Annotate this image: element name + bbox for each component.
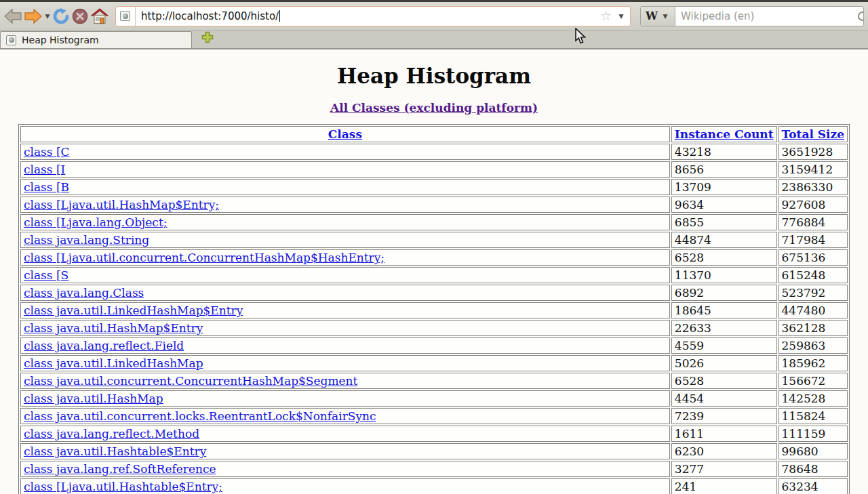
url-bar[interactable]: http://localhost:7000/histo/ ☆ ▼: [115, 6, 631, 26]
page-content: Heap Histogram All Classes (excluding pl…: [0, 49, 868, 494]
class-cell: class java.lang.reflect.Method: [20, 426, 670, 442]
search-engine-dropdown-icon[interactable]: ▼: [660, 13, 670, 20]
table-row: class [C432183651928: [20, 144, 848, 160]
table-row: class java.util.HashMap$Entry22633362128: [20, 320, 848, 336]
text-caret: [279, 10, 280, 22]
total-size-cell: 156672: [778, 373, 848, 389]
table-header-row: Class Instance Count Total Size: [20, 126, 848, 142]
class-cell: class [Ljava.util.HashMap$Entry;: [20, 197, 670, 213]
class-cell: class java.util.Hashtable$Entry: [20, 443, 670, 459]
back-button[interactable]: [4, 5, 22, 28]
class-cell: class [Ljava.util.Hashtable$Entry;: [20, 478, 670, 494]
class-link[interactable]: class [Ljava.util.Hashtable$Entry;: [24, 480, 222, 493]
all-classes-link[interactable]: All Classes (excluding platform): [330, 101, 538, 115]
url-dropdown-icon[interactable]: ▼: [616, 13, 626, 20]
forward-icon: [24, 9, 42, 24]
instance-count-cell: 11370: [671, 267, 777, 283]
class-cell: class [S: [20, 267, 670, 283]
class-link[interactable]: class java.lang.String: [24, 233, 149, 247]
class-cell: class java.lang.Class: [20, 285, 670, 301]
total-size-cell: 3651928: [778, 144, 848, 160]
class-link[interactable]: class [C: [24, 145, 70, 159]
class-link[interactable]: class [Ljava.lang.Object;: [24, 215, 167, 229]
class-link[interactable]: class [I: [24, 163, 65, 176]
class-link[interactable]: class java.util.LinkedHashMap$Entry: [24, 304, 243, 317]
table-row: class [Ljava.lang.Object;6855776884: [20, 214, 848, 230]
total-size-cell: 927608: [778, 197, 848, 213]
instance-count-cell: 4454: [671, 390, 777, 407]
reload-button[interactable]: [53, 5, 69, 28]
url-favicon-wrap: [120, 7, 136, 26]
table-row: class [Ljava.util.Hashtable$Entry;241632…: [20, 478, 848, 494]
forward-button[interactable]: [24, 5, 42, 28]
class-link[interactable]: class [Ljava.util.concurrent.ConcurrentH…: [24, 251, 384, 264]
table-row: class [I86563159412: [20, 161, 848, 178]
class-link[interactable]: class [B: [24, 180, 69, 194]
header-total-size: Total Size: [778, 126, 848, 142]
total-size-cell: 3159412: [778, 161, 848, 178]
instance-count-cell: 43218: [671, 144, 777, 160]
class-cell: class [C: [20, 144, 670, 160]
home-icon: [91, 8, 108, 24]
new-tab-button[interactable]: [201, 31, 214, 46]
total-size-cell: 776884: [778, 214, 848, 230]
class-cell: class [Ljava.lang.Object;: [20, 214, 670, 230]
table-row: class java.lang.String44874717984: [20, 232, 848, 248]
class-link[interactable]: class java.util.concurrent.ConcurrentHas…: [24, 374, 357, 388]
class-link[interactable]: class java.lang.ref.SoftReference: [24, 462, 216, 476]
instance-count-cell: 6230: [671, 443, 777, 459]
tab-favicon-icon: [6, 35, 16, 45]
stop-button[interactable]: [72, 5, 88, 28]
bookmark-star-icon[interactable]: ☆: [600, 9, 612, 22]
header-total-size-link[interactable]: Total Size: [782, 127, 845, 141]
table-row: class java.util.LinkedHashMap5026185962: [20, 355, 848, 371]
total-size-cell: 63234: [778, 478, 848, 494]
class-cell: class [B: [20, 179, 670, 195]
search-box[interactable]: W ▼ Wikipedia (en): [640, 6, 864, 26]
class-cell: class java.lang.String: [20, 232, 670, 248]
table-row: class java.lang.Class6892523792: [20, 285, 848, 301]
class-link[interactable]: class java.lang.reflect.Field: [24, 339, 184, 352]
total-size-cell: 142528: [778, 390, 848, 407]
back-icon: [4, 9, 22, 24]
table-row: class java.lang.reflect.Method1611111159: [20, 426, 848, 442]
total-size-cell: 2386330: [778, 179, 848, 195]
header-instance-count-link[interactable]: Instance Count: [675, 127, 774, 141]
total-size-cell: 362128: [778, 320, 848, 336]
tab-title: Heap Histogram: [22, 35, 99, 45]
class-link[interactable]: class [Ljava.util.HashMap$Entry;: [24, 198, 219, 211]
class-link[interactable]: class [S: [24, 268, 68, 282]
instance-count-cell: 4559: [671, 337, 777, 354]
total-size-cell: 523792: [778, 285, 848, 301]
class-link[interactable]: class java.util.HashMap$Entry: [24, 321, 203, 335]
total-size-cell: 111159: [778, 426, 848, 442]
stop-icon: [72, 8, 88, 24]
mouse-cursor: [574, 28, 589, 48]
class-cell: class java.util.concurrent.locks.Reentra…: [20, 408, 670, 424]
class-link[interactable]: class java.util.concurrent.locks.Reentra…: [24, 409, 376, 423]
header-class-link[interactable]: Class: [328, 127, 362, 141]
total-size-cell: 99680: [778, 443, 848, 459]
class-link[interactable]: class java.util.LinkedHashMap: [24, 356, 203, 370]
table-row: class java.util.Hashtable$Entry623099680: [20, 443, 848, 459]
instance-count-cell: 44874: [671, 232, 777, 248]
instance-count-cell: 22633: [671, 320, 777, 336]
browser-toolbar: ▼ http://l: [0, 2, 868, 30]
table-row: class java.util.HashMap4454142528: [20, 390, 848, 407]
class-cell: class [Ljava.util.concurrent.ConcurrentH…: [20, 249, 670, 266]
class-link[interactable]: class java.util.HashMap: [24, 392, 163, 405]
history-dropdown-button[interactable]: ▼: [45, 13, 50, 20]
header-instance-count: Instance Count: [671, 126, 777, 142]
search-engine-selector[interactable]: W ▼: [641, 7, 675, 26]
class-link[interactable]: class java.lang.reflect.Method: [24, 427, 199, 440]
tab-heap-histogram[interactable]: Heap Histogram: [0, 31, 192, 48]
class-cell: class java.util.concurrent.ConcurrentHas…: [20, 373, 670, 389]
home-button[interactable]: [91, 5, 108, 28]
search-magnifier-icon: [858, 12, 864, 21]
class-link[interactable]: class java.util.Hashtable$Entry: [24, 445, 206, 458]
search-input[interactable]: Wikipedia (en): [675, 10, 754, 22]
class-cell: class java.util.LinkedHashMap$Entry: [20, 302, 670, 318]
url-text[interactable]: http://localhost:7000/histo/: [141, 10, 279, 22]
class-link[interactable]: class java.lang.Class: [24, 286, 144, 300]
instance-count-cell: 18645: [671, 302, 777, 318]
